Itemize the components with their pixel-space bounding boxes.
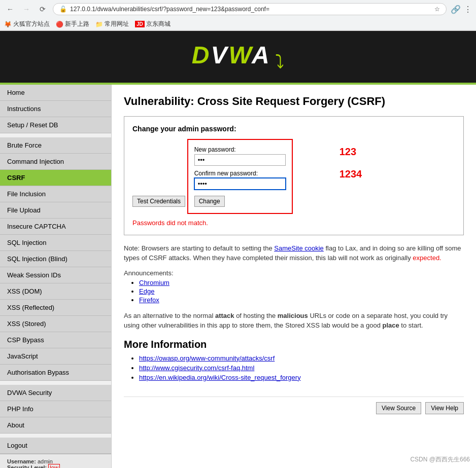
sidebar-item-xss-reflected[interactable]: XSS (Reflected)	[0, 300, 111, 316]
sidebar-item-file-inclusion[interactable]: File Inclusion	[0, 186, 111, 202]
announcements-label: Announcements:	[124, 269, 464, 277]
wikipedia-link[interactable]: https://en.wikipedia.org/wiki/Cross-site…	[139, 374, 301, 381]
sidebar: Home Instructions Setup / Reset DB Brute…	[0, 85, 112, 468]
site-header: DVWA ⤵	[0, 31, 476, 85]
confirm-password-label: Confirm new password:	[194, 170, 286, 177]
sidebar-item-file-upload[interactable]: File Upload	[0, 202, 111, 219]
reload-button[interactable]: ⟳	[37, 3, 49, 15]
sidebar-item-home[interactable]: Home	[0, 85, 111, 101]
sidebar-item-brute-force[interactable]: Brute Force	[0, 137, 111, 154]
bookmark-firefox-official[interactable]: 🦊 火狐官方站点	[4, 20, 50, 28]
more-info-wikipedia: https://en.wikipedia.org/wiki/Cross-site…	[139, 374, 464, 381]
sidebar-item-csrf[interactable]: CSRF	[0, 170, 111, 186]
more-info-title: More Information	[124, 339, 464, 350]
note-text-before: Note: Browsers are starting to default t…	[124, 244, 274, 252]
bookmark-star-icon[interactable]: ☆	[434, 6, 440, 13]
bold-place: place	[382, 321, 399, 329]
note-text-expected: expected.	[413, 254, 441, 262]
back-button[interactable]: ←	[4, 3, 16, 15]
sidebar-item-xss-stored[interactable]: XSS (Stored)	[0, 316, 111, 332]
new-password-row: New password:	[194, 146, 286, 166]
browser-toolbar: ← → ⟳ 🔓 127.0.0.1/dvwa/vulnerabilities/c…	[0, 0, 476, 18]
sidebar-divider-1	[0, 133, 111, 137]
bookmark-jd[interactable]: JD 京东商城	[135, 20, 171, 28]
announcement-edge: Edge	[139, 287, 464, 295]
password-form-box: New password: Confirm new password: Chan…	[187, 139, 293, 214]
sidebar-item-javascript[interactable]: JavaScript	[0, 348, 111, 365]
announcements-section: Announcements: Chromium Edge Firefox	[124, 269, 464, 304]
announcements-list: Chromium Edge Firefox	[124, 279, 464, 304]
logo-swoosh: ⤵	[275, 51, 284, 73]
announcement-firefox: Firefox	[139, 296, 464, 304]
sidebar-item-logout[interactable]: Logout	[0, 438, 111, 454]
sidebar-item-sql-injection-blind[interactable]: SQL Injection (Blind)	[0, 251, 111, 267]
firefox-link[interactable]: Firefox	[139, 296, 159, 304]
confirm-password-row: Confirm new password:	[194, 170, 286, 190]
edge-link[interactable]: Edge	[139, 287, 154, 295]
sidebar-item-insecure-captcha[interactable]: Insecure CAPTCHA	[0, 219, 111, 235]
sidebar-item-dvwa-security[interactable]: DVWA Security	[0, 385, 111, 401]
sidebar-item-command-injection[interactable]: Command Injection	[0, 154, 111, 170]
bold-malicious: malicious	[278, 312, 308, 319]
share-button[interactable]: 🔗	[451, 5, 461, 14]
sidebar-divider-3	[0, 434, 111, 438]
change-button[interactable]: Change	[194, 196, 225, 207]
bookmark-label-3: 常用网址	[105, 20, 129, 28]
forward-button[interactable]: →	[20, 3, 32, 15]
browser-chrome: ← → ⟳ 🔓 127.0.0.1/dvwa/vulnerabilities/c…	[0, 0, 476, 31]
cgisecurity-link[interactable]: http://www.cgisecurity.com/csrf-faq.html	[139, 364, 254, 372]
owasp-link[interactable]: https://owasp.org/www-community/attacks/…	[139, 354, 275, 362]
menu-button[interactable]: ⋮	[464, 5, 472, 14]
sidebar-item-php-info[interactable]: PHP Info	[0, 401, 111, 417]
sidebar-item-about[interactable]: About	[0, 417, 111, 434]
sidebar-footer: Username: admin Security Level: low Loca…	[0, 454, 111, 468]
bookmarks-bar: 🦊 火狐官方站点 🔴 新手上路 📁 常用网址 JD 京东商城	[0, 18, 476, 30]
dvwa-logo: DVWA ⤵	[192, 41, 285, 73]
new-password-label: New password:	[194, 146, 286, 153]
sidebar-item-csp-bypass[interactable]: CSP Bypass	[0, 332, 111, 348]
more-info-cgisecurity: http://www.cgisecurity.com/csrf-faq.html	[139, 364, 464, 372]
sidebar-item-sql-injection[interactable]: SQL Injection	[0, 235, 111, 251]
same-site-cookie-link[interactable]: SameSite cookie	[274, 244, 324, 252]
address-text: 127.0.0.1/dvwa/vulnerabilities/csrf/?pas…	[70, 6, 431, 13]
test-credentials-button[interactable]: Test Credentials	[132, 196, 185, 207]
content-box: Change your admin password: Test Credent…	[124, 116, 464, 235]
bookmark-label-1: 火狐官方站点	[13, 20, 50, 28]
sidebar-item-xss-dom[interactable]: XSS (DOM)	[0, 283, 111, 300]
form-container: New password: Confirm new password: Chan…	[187, 139, 293, 214]
confirm-password-input[interactable]	[194, 178, 286, 190]
view-help-button[interactable]: View Help	[425, 402, 464, 414]
sidebar-item-weak-session-ids[interactable]: Weak Session IDs	[0, 267, 111, 283]
footer-username: Username: admin	[7, 458, 104, 464]
main-panel: Vulnerability: Cross Site Request Forger…	[112, 85, 476, 468]
lock-icon: 🔓	[59, 6, 67, 13]
more-info-owasp: https://owasp.org/www-community/attacks/…	[139, 354, 464, 362]
bookmark-newbie[interactable]: 🔴 新手上路	[56, 20, 89, 28]
page-wrapper: DVWA ⤵ Home Instructions Setup / Reset D…	[0, 31, 476, 468]
view-source-button[interactable]: View Source	[376, 402, 421, 414]
bookmark-icon-4: JD	[135, 21, 145, 27]
bookmark-icon-3: 📁	[95, 21, 103, 28]
new-password-input[interactable]	[194, 154, 286, 166]
browser-actions: 🔗 ⋮	[451, 5, 472, 14]
address-bar[interactable]: 🔓 127.0.0.1/dvwa/vulnerabilities/csrf/?p…	[53, 3, 447, 15]
bookmark-icon-2: 🔴	[56, 21, 63, 28]
alt-text-paragraph: As an alternative to the normal attack o…	[124, 311, 464, 331]
bookmark-common[interactable]: 📁 常用网址	[95, 20, 129, 28]
sidebar-divider-2	[0, 381, 111, 385]
page-title: Vulnerability: Cross Site Request Forger…	[124, 95, 464, 108]
bookmark-label-4: 京东商城	[146, 20, 171, 28]
bold-attack: attack	[215, 312, 234, 319]
sidebar-item-setup[interactable]: Setup / Reset DB	[0, 117, 111, 133]
password-hint-2: 1234	[339, 168, 362, 180]
watermark: CSDN @西西先生666	[410, 455, 470, 464]
content-area: Home Instructions Setup / Reset DB Brute…	[0, 85, 476, 468]
sidebar-item-authorisation-bypass[interactable]: Authorisation Bypass	[0, 365, 111, 381]
box-heading: Change your admin password:	[132, 125, 455, 133]
error-message: Passwords did not match.	[132, 219, 455, 227]
sidebar-item-instructions[interactable]: Instructions	[0, 101, 111, 117]
note-paragraph: Note: Browsers are starting to default t…	[124, 243, 464, 263]
footer-security-level: Security Level: low	[7, 464, 104, 468]
chromium-link[interactable]: Chromium	[139, 279, 169, 286]
announcement-chromium: Chromium	[139, 279, 464, 286]
